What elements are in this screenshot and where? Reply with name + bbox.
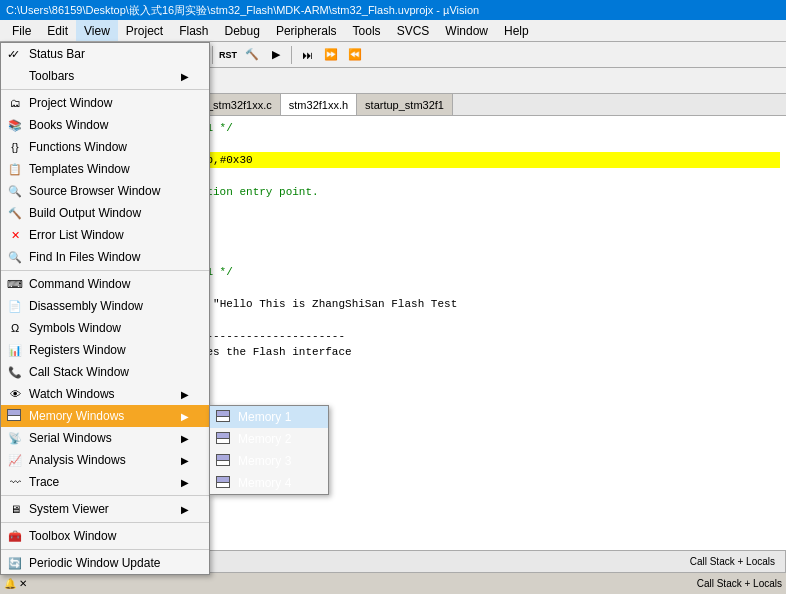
serial-icon: 📡 (7, 432, 23, 445)
menu-source-browser[interactable]: 🔍 Source Browser Window (1, 180, 209, 202)
bottom-tab-callstack[interactable]: Call Stack + Locals (680, 551, 786, 572)
status-text: 🔔 ✕ (4, 578, 27, 589)
build-icon: 🔨 (7, 207, 23, 220)
disasm-icon: 📄 (7, 300, 23, 313)
menu-periodic-update[interactable]: 🔄 Periodic Window Update (1, 552, 209, 574)
mem4-icon (216, 476, 232, 490)
menu-call-stack[interactable]: 📞 Call Stack Window (1, 361, 209, 383)
menu-debug[interactable]: Debug (217, 20, 268, 41)
memory-4[interactable]: Memory 4 (210, 472, 328, 494)
rst-btn[interactable]: RST (217, 44, 239, 66)
check-icon: ✓ (7, 48, 23, 61)
menu-bar: File Edit View Project Flash Debug Perip… (0, 20, 786, 42)
tab-startup[interactable]: startup_stm32f1 (357, 94, 453, 115)
mem2-icon (216, 432, 232, 446)
tab-stm32f1xx[interactable]: stm32f1xx.h (281, 94, 357, 115)
menu-status-bar[interactable]: ✓ Status Bar (1, 43, 209, 65)
sep3 (212, 46, 213, 64)
menu-toolbars[interactable]: Toolbars ▶ (1, 65, 209, 87)
build-btn[interactable]: 🔨 (241, 44, 263, 66)
menu-project-window[interactable]: 🗂 Project Window (1, 92, 209, 114)
status-callstack: Call Stack + Locals (697, 578, 782, 589)
title-bar: C:\Users\86159\Desktop\嵌入式16周实验\stm32_Fl… (0, 0, 786, 20)
menu-watch-windows[interactable]: 👁 Watch Windows ▶ (1, 383, 209, 405)
find-icon: 🔍 (7, 251, 23, 264)
sep4 (291, 46, 292, 64)
menu-templates-window[interactable]: 📋 Templates Window (1, 158, 209, 180)
menu-memory-windows[interactable]: Memory Windows ▶ Memory 1 Memory 2 (1, 405, 209, 427)
trace-arrow-icon: ▶ (181, 477, 189, 488)
reg-icon: 📊 (7, 344, 23, 357)
menu-project[interactable]: Project (118, 20, 171, 41)
view-dropdown: ✓ Status Bar Toolbars ▶ 🗂 Project Window… (0, 42, 210, 575)
err-icon: ✕ (7, 229, 23, 242)
menu-peripherals[interactable]: Peripherals (268, 20, 345, 41)
analysis-icon: 📈 (7, 454, 23, 467)
mem-arrow-icon: ▶ (181, 411, 189, 422)
sep-2 (1, 270, 209, 271)
watch-icon: 👁 (7, 388, 23, 400)
menu-analysis-windows[interactable]: 📈 Analysis Windows ▶ (1, 449, 209, 471)
menu-help[interactable]: Help (496, 20, 537, 41)
menu-trace[interactable]: 〰 Trace ▶ (1, 471, 209, 493)
sep-1 (1, 89, 209, 90)
menu-functions-window[interactable]: {} Functions Window (1, 136, 209, 158)
proj-icon: 🗂 (7, 97, 23, 109)
periodic-icon: 🔄 (7, 557, 23, 570)
debug-btn[interactable]: ▶ (265, 44, 287, 66)
menu-find-files[interactable]: 🔍 Find In Files Window (1, 246, 209, 268)
menu-registers[interactable]: 📊 Registers Window (1, 339, 209, 361)
menu-overlay: ✓ Status Bar Toolbars ▶ 🗂 Project Window… (0, 42, 210, 575)
menu-window[interactable]: Window (437, 20, 496, 41)
analysis-arrow-icon: ▶ (181, 455, 189, 466)
memory-3[interactable]: Memory 3 (210, 450, 328, 472)
step-btn[interactable]: ⏭ (296, 44, 318, 66)
menu-symbols[interactable]: Ω Symbols Window (1, 317, 209, 339)
memory-submenu: Memory 1 Memory 2 Memory 3 (209, 405, 329, 495)
step-over-btn[interactable]: ⏩ (320, 44, 342, 66)
menu-edit[interactable]: Edit (39, 20, 76, 41)
sep-4 (1, 522, 209, 523)
menu-svcs[interactable]: SVCS (389, 20, 438, 41)
menu-flash[interactable]: Flash (171, 20, 216, 41)
sep-3 (1, 495, 209, 496)
sysview-icon: 🖥 (7, 503, 23, 515)
menu-serial-windows[interactable]: 📡 Serial Windows ▶ (1, 427, 209, 449)
menu-view[interactable]: View (76, 20, 118, 41)
menu-file[interactable]: File (4, 20, 39, 41)
src-icon: 🔍 (7, 185, 23, 198)
menu-system-viewer[interactable]: 🖥 System Viewer ▶ (1, 498, 209, 520)
tmpl-icon: 📋 (7, 163, 23, 176)
sep-5 (1, 549, 209, 550)
mem1-icon (216, 410, 232, 424)
memory-2[interactable]: Memory 2 (210, 428, 328, 450)
arrow-icon: ▶ (181, 71, 189, 82)
menu-command-window[interactable]: ⌨ Command Window (1, 273, 209, 295)
watch-arrow-icon: ▶ (181, 389, 189, 400)
title-text: C:\Users\86159\Desktop\嵌入式16周实验\stm32_Fl… (6, 3, 479, 18)
menu-disassembly[interactable]: 📄 Disassembly Window (1, 295, 209, 317)
books-icon: 📚 (7, 119, 23, 132)
menu-error-list[interactable]: ✕ Error List Window (1, 224, 209, 246)
status-bar: 🔔 ✕ Call Stack + Locals (0, 572, 786, 594)
func-icon: {} (7, 141, 23, 153)
memory-1[interactable]: Memory 1 (210, 406, 328, 428)
sysview-arrow-icon: ▶ (181, 504, 189, 515)
menu-toolbox-window[interactable]: 🧰 Toolbox Window (1, 525, 209, 547)
sym-icon: Ω (7, 322, 23, 334)
mem-icon (7, 409, 23, 423)
toolbox-icon: 🧰 (7, 530, 23, 543)
menu-tools[interactable]: Tools (345, 20, 389, 41)
menu-build-output[interactable]: 🔨 Build Output Window (1, 202, 209, 224)
call-icon: 📞 (7, 366, 23, 379)
menu-books-window[interactable]: 📚 Books Window (1, 114, 209, 136)
serial-arrow-icon: ▶ (181, 433, 189, 444)
trace-icon: 〰 (7, 476, 23, 488)
step-out-btn[interactable]: ⏪ (344, 44, 366, 66)
mem3-icon (216, 454, 232, 468)
cmd-icon: ⌨ (7, 278, 23, 291)
